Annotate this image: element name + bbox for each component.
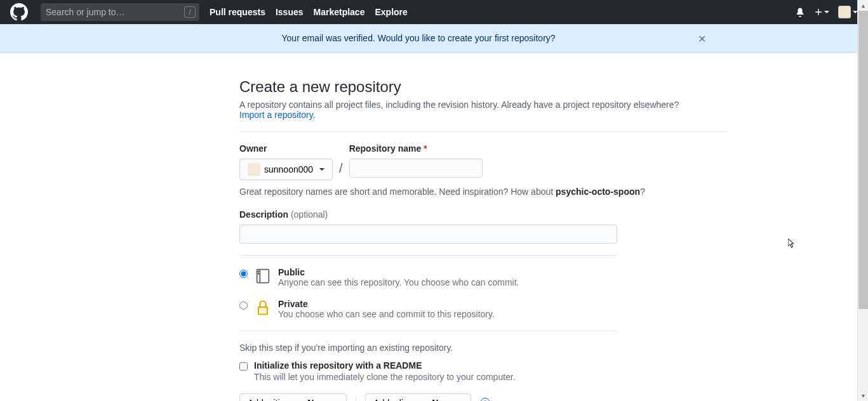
owner-group: Owner sunnoon000 [239,143,333,180]
divider [239,131,727,132]
owner-name: sunnoon000 [264,164,313,174]
private-radio[interactable] [239,301,248,310]
owner-select-button[interactable]: sunnoon000 [239,159,333,180]
description-input[interactable] [239,225,617,244]
private-desc: You choose who can see and commit to thi… [278,309,495,319]
readme-checkbox[interactable] [239,362,248,371]
header-right [795,6,858,18]
repo-name-input[interactable] [349,159,483,178]
lock-icon [254,299,272,317]
public-desc: Anyone can see this repository. You choo… [278,277,519,287]
svg-rect-4 [258,307,267,315]
caret-down-icon [319,168,324,171]
close-icon[interactable]: ✕ [698,33,706,45]
svg-point-3 [258,273,258,274]
public-title: Public [278,267,519,277]
divider [356,396,356,401]
optional-text: (optional) [291,209,328,220]
nav-pull-requests[interactable]: Pull requests [210,7,265,17]
readme-title: Initialize this repository with a README [254,360,422,371]
create-new-dropdown[interactable] [814,8,829,16]
page-title: Create a new repository [239,78,727,96]
readme-option: Initialize this repository with a README… [239,360,727,382]
skip-text: Skip this step if you're importing an ex… [239,343,727,353]
primary-nav: Pull requests Issues Marketplace Explore [210,7,408,17]
name-inspiration: Great repository names are short and mem… [239,187,727,197]
gitignore-button[interactable]: Add .gitignore: None [239,393,347,401]
verification-banner: Your email was verified. Would you like … [0,24,868,53]
repo-name-label: Repository name * [349,143,483,154]
page-subhead: A repository contains all project files,… [239,100,727,120]
user-menu-dropdown[interactable] [838,6,858,18]
search-wrap: / [41,3,199,21]
owner-name-row: Owner sunnoon000 / Repository name * [239,143,727,180]
repo-name-group: Repository name * [349,143,483,178]
svg-point-2 [258,271,258,272]
repo-icon [254,267,272,285]
divider [239,255,617,256]
scroll-thumb[interactable] [858,11,868,309]
nav-marketplace[interactable]: Marketplace [314,7,365,17]
private-option[interactable]: Private You choose who can see and commi… [239,299,727,319]
description-label: Description (optional) [239,209,727,220]
suggested-name[interactable]: psychic-octo-spoon [556,187,640,197]
nav-issues[interactable]: Issues [276,7,304,17]
banner-text: Your email was verified. Would you like … [282,33,556,43]
slash-separator: / [339,161,343,176]
vertical-scrollbar[interactable]: ▴ ▾ [857,0,868,401]
public-radio[interactable] [239,270,248,278]
visibility-section: Public Anyone can see this repository. Y… [239,267,727,319]
public-option[interactable]: Public Anyone can see this repository. Y… [239,267,727,287]
scroll-down-arrow[interactable]: ▾ [858,390,868,401]
private-title: Private [278,299,495,309]
lead-text: A repository contains all project files,… [239,100,679,110]
import-repo-link[interactable]: Import a repository. [239,110,316,120]
license-button[interactable]: Add a license: None [365,393,471,401]
caret-down-icon [824,11,829,13]
init-options-row: Add .gitignore: None Add a license: None… [239,393,727,401]
mouse-cursor [788,239,798,249]
global-header: / Pull requests Issues Marketplace Explo… [0,0,868,24]
owner-label: Owner [239,143,333,154]
avatar [838,6,851,18]
slash-hint: / [184,6,196,18]
info-icon[interactable]: i [480,398,490,401]
github-logo[interactable] [10,2,30,22]
nav-explore[interactable]: Explore [375,7,407,17]
divider [239,331,617,331]
required-indicator: * [424,143,427,154]
main-content: Create a new repository A repository con… [239,53,727,401]
readme-desc: This will let you immediately clone the … [254,372,516,382]
scroll-up-arrow[interactable]: ▴ [858,0,868,11]
search-input[interactable] [41,3,199,21]
notifications-icon[interactable] [795,7,805,17]
owner-avatar [248,163,260,176]
